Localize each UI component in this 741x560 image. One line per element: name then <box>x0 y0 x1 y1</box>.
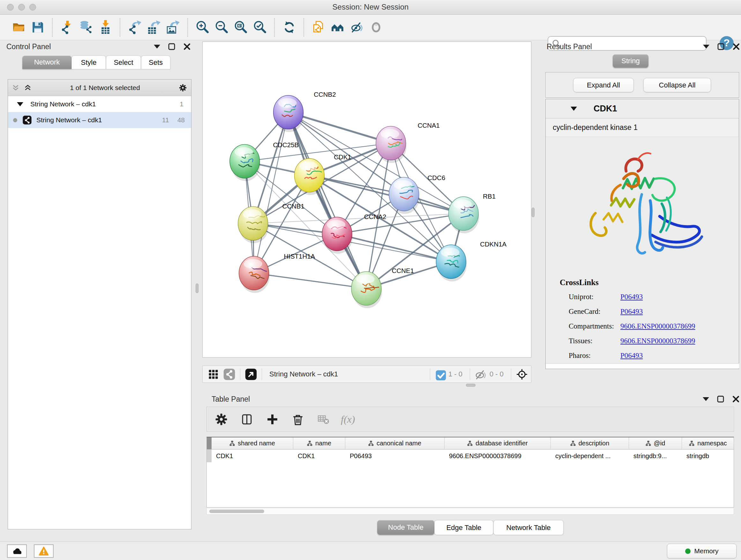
delete-table-icon[interactable] <box>315 411 331 427</box>
collapse-section-icon[interactable] <box>570 107 577 111</box>
crosslink-link[interactable]: 9606.ENSP00000378699 <box>620 322 695 330</box>
network-collection-row[interactable]: String Network – cdk1 1 <box>8 96 191 112</box>
show-all-icon[interactable] <box>368 19 384 36</box>
crosslink-link[interactable]: 9606.ENSP00000378699 <box>620 337 695 345</box>
network-node-CDKN1A[interactable]: CDKN1A <box>436 240 507 282</box>
column-header-description[interactable]: description <box>551 437 629 449</box>
panel-menu-icon[interactable] <box>154 45 160 49</box>
results-scrollbar-track[interactable] <box>546 363 739 368</box>
close-panel-icon[interactable] <box>732 395 740 403</box>
panel-menu-icon[interactable] <box>703 45 710 49</box>
network-node-RB1[interactable]: RB1 <box>448 192 495 233</box>
tab-select[interactable]: Select <box>106 56 141 69</box>
save-session-icon[interactable] <box>30 19 46 36</box>
network-badge-icon[interactable] <box>223 368 236 381</box>
left-splitter-handle[interactable] <box>196 284 199 293</box>
panel-menu-icon[interactable] <box>703 397 709 401</box>
tab-network-table[interactable]: Network Table <box>493 520 563 535</box>
zoom-selected-icon[interactable] <box>252 19 268 36</box>
table-cell[interactable]: cyclin-dependent ... <box>551 449 629 462</box>
bottom-splitter-handle[interactable] <box>466 384 475 387</box>
show-columns-icon[interactable] <box>239 411 255 427</box>
crosslink-link[interactable]: P06493 <box>620 307 643 316</box>
warnings-button[interactable] <box>34 544 54 558</box>
protein-card-header[interactable]: CDK1 <box>546 99 739 118</box>
tab-node-table[interactable]: Node Table <box>377 520 434 535</box>
column-header-shared-name[interactable]: shared name <box>212 437 293 449</box>
zoom-in-icon[interactable] <box>194 19 210 36</box>
node-label: CDC25B <box>273 141 299 148</box>
network-node-CCNA1[interactable]: CCNA1 <box>376 122 440 163</box>
network-options-gear-icon[interactable] <box>179 83 187 92</box>
float-panel-icon[interactable] <box>717 43 725 51</box>
expand-all-button[interactable]: Expand All <box>573 78 634 92</box>
open-session-icon[interactable] <box>10 19 26 36</box>
crosslink-link[interactable]: P06493 <box>620 293 643 301</box>
column-header--id[interactable]: @id <box>629 437 682 449</box>
zoom-fit-icon[interactable] <box>232 19 249 36</box>
column-header-database-identifier[interactable]: database identifier <box>445 437 551 449</box>
network-edge[interactable] <box>288 112 366 289</box>
close-panel-icon[interactable] <box>183 43 191 51</box>
collection-expander-icon[interactable] <box>17 102 23 106</box>
hidden-count-eye-icon[interactable] <box>474 368 486 380</box>
network-node-CDC6[interactable]: CDC6 <box>389 174 445 214</box>
tab-sets[interactable]: Sets <box>141 56 171 69</box>
export-table-icon[interactable] <box>146 19 162 36</box>
expand-all-icon[interactable] <box>24 84 31 91</box>
table-cell[interactable]: CDK1 <box>293 449 345 462</box>
table-row[interactable]: CDK1CDK1P064939606.ENSP00000378699cyclin… <box>207 449 734 462</box>
network-node-CDC25B[interactable]: CDC25B <box>230 141 299 181</box>
grid-view-icon[interactable] <box>207 368 220 381</box>
table-cell[interactable]: 9606.ENSP00000378699 <box>445 449 551 462</box>
table-cell[interactable]: CDK1 <box>212 449 293 462</box>
network-row[interactable]: String Network – cdk1 11 48 <box>8 112 191 128</box>
hide-selected-icon[interactable] <box>349 19 365 36</box>
column-header-namespac[interactable]: namespac <box>682 437 734 449</box>
function-builder-button[interactable]: f(x) <box>341 414 355 425</box>
export-image-icon[interactable] <box>165 19 181 36</box>
selection-mode-crosshair-icon[interactable] <box>515 368 529 381</box>
string-homes-icon[interactable] <box>330 19 346 36</box>
float-panel-icon[interactable] <box>168 43 176 51</box>
zoom-out-icon[interactable] <box>213 19 229 36</box>
delete-columns-icon[interactable] <box>290 411 306 427</box>
refresh-network-icon[interactable] <box>281 19 297 36</box>
collapse-all-button[interactable]: Collapse All <box>643 78 711 92</box>
column-header-canonical-name[interactable]: canonical name <box>345 437 445 449</box>
table-hscrollbar-thumb[interactable] <box>209 509 264 513</box>
cloud-button[interactable] <box>7 544 27 558</box>
import-network-database-icon[interactable] <box>78 19 94 36</box>
collapse-all-icon[interactable] <box>12 84 19 91</box>
table-hscrollbar-track[interactable] <box>206 508 734 515</box>
crosslink-link[interactable]: P06493 <box>620 352 643 360</box>
network-edge[interactable] <box>337 234 451 262</box>
network-edge[interactable] <box>254 112 288 273</box>
float-panel-icon[interactable] <box>717 395 724 403</box>
table-options-gear-icon[interactable] <box>213 411 229 427</box>
selected-count-checkbox-icon[interactable] <box>434 369 445 380</box>
tab-network[interactable]: Network <box>22 56 71 69</box>
node-table[interactable]: shared namenamecanonical namedatabase id… <box>206 437 734 508</box>
network-edge[interactable] <box>254 273 366 289</box>
table-cell[interactable]: stringdb:9... <box>629 449 682 462</box>
network-node-HIST1H1A[interactable]: HIST1H1A <box>239 253 315 293</box>
export-network-icon[interactable] <box>127 19 143 36</box>
table-cell[interactable]: P06493 <box>345 449 445 462</box>
network-node-CCNE1[interactable]: CCNE1 <box>351 267 414 308</box>
memory-button[interactable]: Memory <box>667 544 737 558</box>
tab-style[interactable]: Style <box>71 56 106 69</box>
open-view-icon[interactable] <box>245 368 258 381</box>
tab-string[interactable]: String <box>613 54 649 68</box>
column-header-name[interactable]: name <box>293 437 345 449</box>
network-canvas[interactable]: CCNB2 CCNA1 CDC25B CDK1 CDC6 RB1 CCNB1 <box>202 42 531 358</box>
import-table-icon[interactable] <box>97 19 113 36</box>
duplicate-network-icon[interactable] <box>311 19 327 36</box>
table-cell[interactable]: stringdb <box>682 449 734 462</box>
right-splitter-handle[interactable] <box>532 207 535 217</box>
close-panel-icon[interactable] <box>732 43 740 51</box>
new-column-icon[interactable] <box>264 411 280 427</box>
network-node-CCNB2[interactable]: CCNB2 <box>273 91 336 132</box>
import-network-icon[interactable] <box>59 19 75 36</box>
tab-edge-table[interactable]: Edge Table <box>434 520 493 535</box>
